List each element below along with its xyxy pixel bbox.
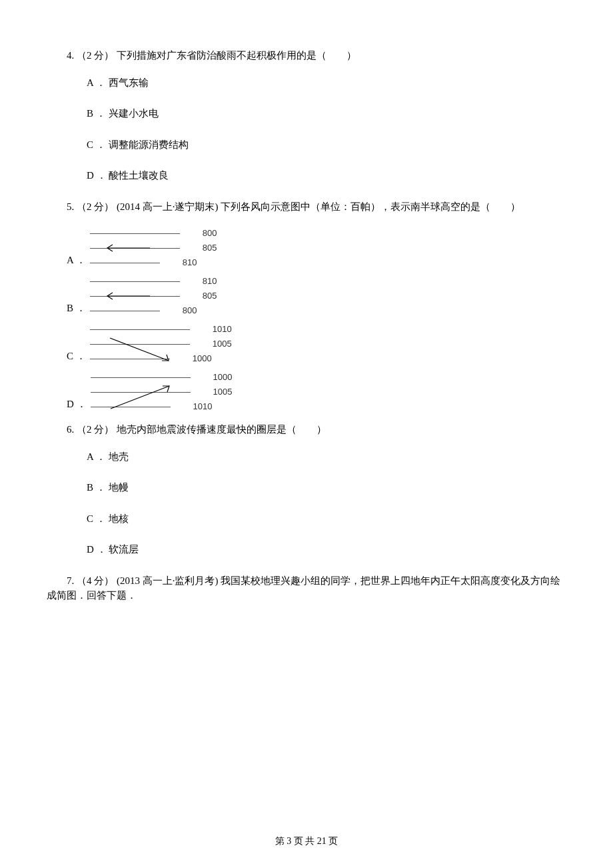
q6-stem: 6. （2 分） 地壳内部地震波传播速度最快的圈层是（ ）	[47, 422, 566, 437]
q5-diagram-c: 1010 1005 1000	[90, 322, 232, 366]
q5-opt-d-label: D ．	[47, 397, 87, 415]
q5-diagram-b: 810 805 800	[90, 274, 217, 318]
q5-opt-b-label: B ．	[47, 301, 86, 319]
q4-opt-d: D ． 酸性土壤改良	[47, 168, 566, 183]
q5-diagram-a: 800 805 810	[90, 226, 217, 270]
q4-opt-d-label: D ．	[67, 168, 107, 183]
q6-opt-d-text: 软流层	[109, 544, 139, 555]
q6-opt-b-text: 地幔	[109, 482, 129, 493]
arrow-left-icon	[102, 290, 155, 302]
q5-opt-c-label: C ．	[47, 349, 86, 367]
q5-opt-b: B ． 810 805 800	[47, 274, 566, 318]
q4-stem: 4. （2 分） 下列措施对广东省防治酸雨不起积极作用的是（ ）	[47, 48, 566, 63]
q5-b-val-1: 805	[183, 289, 217, 303]
q5-a-val-0: 800	[183, 227, 217, 240]
q5-stem: 5. （2 分） (2014 高一上·遂宁期末) 下列各风向示意图中（单位：百帕…	[47, 199, 566, 215]
svg-line-2	[110, 338, 169, 361]
q5-c-val-0: 1010	[193, 323, 232, 336]
q6-opt-b-label: B ．	[67, 480, 106, 495]
q5-opt-d: D ． 1000 1005 1010	[47, 370, 566, 414]
q6-opt-c-text: 地核	[109, 513, 129, 524]
q5-opt-a: A ． 800 805 810	[47, 226, 566, 270]
q4-opt-b-label: B ．	[67, 106, 106, 121]
q6-opt-a: A ． 地壳	[47, 449, 566, 465]
q5-b-val-0: 810	[183, 275, 217, 288]
q6-opt-c-label: C ．	[67, 511, 106, 527]
q4-opt-c-text: 调整能源消费结构	[109, 139, 189, 150]
q5-diagram-d: 1000 1005 1010	[91, 370, 233, 414]
q5-a-val-1: 805	[183, 241, 217, 255]
q4-opt-d-text: 酸性土壤改良	[109, 170, 169, 181]
arrow-left-icon	[102, 242, 155, 254]
q4-opt-b-text: 兴建小水电	[109, 108, 159, 119]
arrow-diag-up-right-icon	[103, 382, 183, 414]
q5-b-val-2: 800	[163, 304, 197, 317]
q4-opt-b: B ． 兴建小水电	[47, 106, 566, 121]
q4-opt-c: C ． 调整能源消费结构	[47, 137, 566, 153]
q6-opt-d-label: D ．	[67, 542, 107, 557]
q4-opt-a: A ． 西气东输	[47, 75, 566, 91]
q5-opt-c: C ． 1010 1005 1000	[47, 322, 566, 366]
q6-opt-c: C ． 地核	[47, 511, 566, 527]
q4-opt-c-label: C ．	[67, 137, 106, 153]
q5-d-val-0: 1000	[193, 371, 233, 384]
q5-a-val-2: 810	[163, 256, 197, 269]
q4-opt-a-label: A ．	[67, 75, 106, 91]
q6-opt-d: D ． 软流层	[47, 542, 566, 557]
q5-opt-a-label: A ．	[47, 253, 86, 271]
q6-opt-a-label: A ．	[67, 449, 106, 465]
q5-d-val-1: 1005	[193, 385, 233, 399]
arrow-diag-down-right-icon	[102, 334, 182, 366]
svg-line-3	[111, 386, 169, 409]
q6-opt-a-text: 地壳	[109, 451, 129, 462]
q7-stem: 7. （4 分） (2013 高一上·监利月考) 我国某校地理兴趣小组的同学，把…	[47, 573, 566, 603]
q6-opt-b: B ． 地幔	[47, 480, 566, 495]
q4-opt-a-text: 西气东输	[109, 77, 149, 88]
page-footer: 第 3 页 共 21 页	[0, 834, 613, 848]
q5-c-val-1: 1005	[193, 337, 232, 351]
